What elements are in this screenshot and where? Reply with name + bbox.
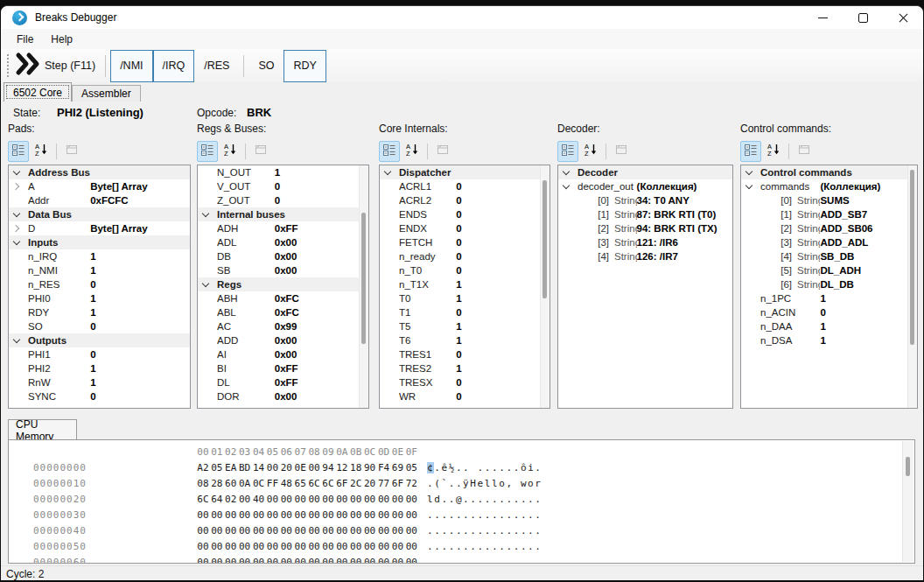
categorized-button[interactable]: [8, 141, 29, 162]
hex-byte[interactable]: 02: [224, 492, 238, 508]
hex-byte[interactable]: 6F: [390, 476, 404, 492]
property-row[interactable]: n_IRQ1: [9, 249, 190, 263]
category-row[interactable]: Decoder: [558, 165, 732, 179]
hex-byte[interactable]: 00: [390, 555, 404, 564]
hex-byte[interactable]: 00: [307, 539, 321, 555]
hex-byte[interactable]: 00: [210, 508, 224, 523]
hex-byte[interactable]: 00: [349, 523, 363, 539]
hex-byte[interactable]: 00: [363, 523, 377, 539]
property-row[interactable]: RnW1: [9, 375, 190, 389]
alphabetical-sort-button[interactable]: AZ: [220, 141, 241, 162]
property-row[interactable]: n_ACIN0: [741, 305, 917, 319]
hex-byte[interactable]: 12: [335, 460, 349, 476]
chevron-down-icon[interactable]: [202, 281, 209, 288]
hex-byte[interactable]: 08: [196, 476, 210, 492]
property-row[interactable]: FETCH0: [380, 235, 550, 249]
selected-ascii-char[interactable]: ¢: [427, 462, 434, 473]
hex-byte[interactable]: 00: [363, 539, 377, 555]
property-row[interactable]: n_ready0: [380, 249, 550, 263]
hex-byte[interactable]: 00: [404, 508, 418, 523]
step-button[interactable]: Step (F11): [13, 51, 101, 81]
hex-byte[interactable]: 00: [404, 539, 418, 555]
chevron-down-icon[interactable]: [746, 169, 752, 176]
property-row[interactable]: T51: [380, 319, 550, 333]
hex-byte[interactable]: 00: [279, 523, 293, 539]
property-row[interactable]: n_1PC1: [741, 291, 917, 305]
tab-cpu-memory[interactable]: CPU Memory: [8, 419, 77, 440]
hex-byte[interactable]: 00: [404, 523, 418, 539]
hex-byte[interactable]: 00: [307, 460, 321, 476]
collection-item-row[interactable]: [1]StringADD_SB7: [741, 207, 917, 221]
hex-byte[interactable]: 00: [196, 555, 210, 564]
hex-byte[interactable]: A2: [196, 460, 210, 476]
hex-byte[interactable]: 72: [404, 476, 418, 492]
hex-byte[interactable]: 00: [335, 555, 349, 564]
toggle-so[interactable]: SO: [248, 50, 284, 82]
categorized-button[interactable]: [197, 141, 218, 162]
collection-item-row[interactable]: [3]StringADD_ADL: [741, 235, 917, 249]
hex-byte[interactable]: 00: [238, 555, 252, 564]
chevron-down-icon[interactable]: [13, 239, 20, 246]
hex-byte[interactable]: 00: [390, 508, 404, 523]
hex-byte[interactable]: 00: [265, 523, 279, 539]
hex-byte[interactable]: 60: [224, 476, 238, 492]
hex-byte[interactable]: 00: [252, 539, 266, 555]
hex-byte[interactable]: 00: [252, 508, 266, 523]
hex-byte[interactable]: 00: [224, 508, 238, 523]
chevron-down-icon[interactable]: [13, 337, 20, 344]
alphabetical-sort-button[interactable]: AZ: [763, 141, 784, 162]
hex-byte[interactable]: 00: [335, 492, 349, 508]
property-row[interactable]: SYNC0: [9, 389, 190, 403]
panel-scrollbar-thumb[interactable]: [361, 213, 366, 344]
hex-byte[interactable]: 00: [377, 492, 391, 508]
hex-byte[interactable]: 2C: [349, 476, 363, 492]
chevron-down-icon[interactable]: [13, 211, 20, 218]
hex-byte[interactable]: 00: [279, 539, 293, 555]
memory-scrollbar-thumb[interactable]: [906, 457, 910, 476]
property-row[interactable]: DOR0x00: [198, 389, 368, 403]
hex-row[interactable]: 0000004000000000000000000000000000000000…: [9, 523, 914, 539]
hex-byte[interactable]: 18: [349, 460, 363, 476]
hex-byte[interactable]: 40: [252, 492, 266, 508]
hex-row[interactable]: 0000005000000000000000000000000000000000…: [9, 539, 914, 555]
hex-byte[interactable]: 00: [293, 508, 307, 523]
property-row[interactable]: commands(Коллекция): [741, 179, 917, 193]
property-row[interactable]: DB0x00: [198, 249, 368, 263]
hex-byte[interactable]: 0A: [238, 476, 252, 492]
property-row[interactable]: WR0: [380, 389, 550, 403]
hex-byte[interactable]: 77: [377, 476, 391, 492]
toggle-res[interactable]: /RES: [194, 50, 239, 82]
hex-byte[interactable]: 0E: [293, 460, 307, 476]
property-row[interactable]: T01: [380, 291, 550, 305]
collection-item-row[interactable]: [6]StringDL_DB: [741, 277, 917, 291]
collection-item-row[interactable]: [3]String121: /IR6: [558, 235, 732, 249]
category-row[interactable]: Outputs: [9, 333, 190, 347]
hex-byte[interactable]: 00: [363, 492, 377, 508]
hex-byte[interactable]: 64: [210, 492, 224, 508]
property-row[interactable]: decoder_out(Коллекция): [558, 179, 732, 193]
property-row[interactable]: ACRL10: [380, 179, 550, 193]
chevron-right-icon[interactable]: [13, 183, 20, 190]
category-row[interactable]: Regs: [198, 277, 368, 291]
hex-byte[interactable]: 00: [224, 523, 238, 539]
chevron-down-icon[interactable]: [202, 211, 209, 218]
collection-item-row[interactable]: [1]String87: BRK RTI (T0): [558, 207, 732, 221]
hex-byte[interactable]: 00: [321, 555, 335, 564]
property-row[interactable]: AByte[] Array: [9, 179, 190, 193]
hex-byte[interactable]: 00: [196, 539, 210, 555]
property-row[interactable]: T61: [380, 333, 550, 347]
hex-byte[interactable]: 00: [390, 539, 404, 555]
hex-row[interactable]: 000000100828600A0CFF48656C6C6F2C20776F72…: [9, 476, 914, 492]
property-row[interactable]: PHI21: [9, 361, 190, 375]
hex-byte[interactable]: 90: [363, 460, 377, 476]
hex-byte[interactable]: 6C: [307, 476, 321, 492]
hex-byte[interactable]: 00: [390, 523, 404, 539]
hex-byte[interactable]: EA: [224, 460, 238, 476]
categorized-button[interactable]: [557, 141, 578, 162]
panel-scrollbar-thumb[interactable]: [910, 170, 914, 345]
property-row[interactable]: ADD0x00: [198, 333, 368, 347]
hex-byte[interactable]: F4: [377, 460, 391, 476]
hex-byte[interactable]: 00: [321, 523, 335, 539]
property-row[interactable]: ABL0xFC: [198, 305, 368, 319]
property-row[interactable]: DByte[] Array: [9, 221, 190, 235]
